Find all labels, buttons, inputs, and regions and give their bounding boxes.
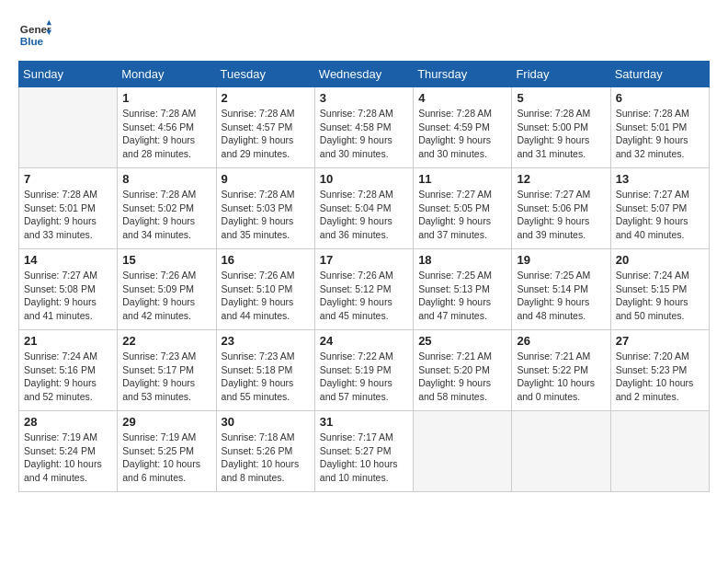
calendar-cell: 21Sunrise: 7:24 AMSunset: 5:16 PMDayligh…	[19, 330, 118, 411]
logo-icon: General Blue	[18, 18, 51, 52]
calendar-week-1: 1Sunrise: 7:28 AMSunset: 4:56 PMDaylight…	[19, 87, 710, 168]
day-number: 6	[616, 91, 704, 105]
day-info: Sunrise: 7:21 AMSunset: 5:20 PMDaylight:…	[418, 350, 506, 404]
day-number: 4	[418, 91, 506, 105]
calendar-cell: 17Sunrise: 7:26 AMSunset: 5:12 PMDayligh…	[314, 249, 413, 330]
day-info: Sunrise: 7:23 AMSunset: 5:18 PMDaylight:…	[222, 350, 310, 404]
logo: General Blue	[18, 18, 51, 52]
calendar-cell: 4Sunrise: 7:28 AMSunset: 4:59 PMDaylight…	[414, 87, 512, 168]
calendar-cell: 20Sunrise: 7:24 AMSunset: 5:15 PMDayligh…	[610, 249, 709, 330]
column-header-sunday: Sunday	[19, 62, 118, 87]
day-number: 8	[122, 172, 210, 186]
day-number: 25	[418, 334, 506, 348]
calendar-header-row: SundayMondayTuesdayWednesdayThursdayFrid…	[19, 62, 710, 87]
day-info: Sunrise: 7:28 AMSunset: 5:01 PMDaylight:…	[24, 188, 112, 242]
calendar-cell: 1Sunrise: 7:28 AMSunset: 4:56 PMDaylight…	[118, 87, 216, 168]
day-info: Sunrise: 7:28 AMSunset: 5:04 PMDaylight:…	[320, 188, 408, 242]
day-info: Sunrise: 7:28 AMSunset: 5:00 PMDaylight:…	[517, 107, 605, 161]
calendar-cell: 15Sunrise: 7:26 AMSunset: 5:09 PMDayligh…	[118, 249, 216, 330]
calendar-cell	[512, 411, 610, 492]
calendar-cell: 5Sunrise: 7:28 AMSunset: 5:00 PMDaylight…	[512, 87, 610, 168]
day-number: 16	[222, 253, 310, 267]
calendar-cell: 23Sunrise: 7:23 AMSunset: 5:18 PMDayligh…	[216, 330, 314, 411]
day-info: Sunrise: 7:26 AMSunset: 5:09 PMDaylight:…	[122, 269, 210, 323]
day-info: Sunrise: 7:25 AMSunset: 5:13 PMDaylight:…	[418, 269, 506, 323]
calendar-cell: 24Sunrise: 7:22 AMSunset: 5:19 PMDayligh…	[314, 330, 413, 411]
calendar-cell: 18Sunrise: 7:25 AMSunset: 5:13 PMDayligh…	[414, 249, 512, 330]
day-info: Sunrise: 7:19 AMSunset: 5:24 PMDaylight:…	[24, 431, 112, 485]
calendar-cell: 16Sunrise: 7:26 AMSunset: 5:10 PMDayligh…	[216, 249, 314, 330]
day-number: 26	[517, 334, 605, 348]
calendar-cell: 11Sunrise: 7:27 AMSunset: 5:05 PMDayligh…	[414, 168, 512, 249]
day-info: Sunrise: 7:27 AMSunset: 5:07 PMDaylight:…	[616, 188, 704, 242]
day-info: Sunrise: 7:18 AMSunset: 5:26 PMDaylight:…	[222, 431, 310, 485]
column-header-wednesday: Wednesday	[314, 62, 413, 87]
calendar-cell: 19Sunrise: 7:25 AMSunset: 5:14 PMDayligh…	[512, 249, 610, 330]
calendar-cell	[610, 411, 709, 492]
calendar-cell: 13Sunrise: 7:27 AMSunset: 5:07 PMDayligh…	[610, 168, 709, 249]
calendar-cell: 28Sunrise: 7:19 AMSunset: 5:24 PMDayligh…	[19, 411, 118, 492]
day-info: Sunrise: 7:27 AMSunset: 5:08 PMDaylight:…	[24, 269, 112, 323]
day-info: Sunrise: 7:28 AMSunset: 4:58 PMDaylight:…	[320, 107, 408, 161]
day-number: 5	[517, 91, 605, 105]
day-info: Sunrise: 7:21 AMSunset: 5:22 PMDaylight:…	[517, 350, 605, 404]
calendar-cell: 30Sunrise: 7:18 AMSunset: 5:26 PMDayligh…	[216, 411, 314, 492]
day-number: 11	[418, 172, 506, 186]
calendar-cell: 3Sunrise: 7:28 AMSunset: 4:58 PMDaylight…	[314, 87, 413, 168]
day-info: Sunrise: 7:28 AMSunset: 5:03 PMDaylight:…	[222, 188, 310, 242]
day-info: Sunrise: 7:24 AMSunset: 5:16 PMDaylight:…	[24, 350, 112, 404]
day-info: Sunrise: 7:27 AMSunset: 5:05 PMDaylight:…	[418, 188, 506, 242]
day-number: 22	[122, 334, 210, 348]
calendar-cell: 14Sunrise: 7:27 AMSunset: 5:08 PMDayligh…	[19, 249, 118, 330]
day-number: 23	[222, 334, 310, 348]
calendar-cell: 12Sunrise: 7:27 AMSunset: 5:06 PMDayligh…	[512, 168, 610, 249]
calendar-cell: 25Sunrise: 7:21 AMSunset: 5:20 PMDayligh…	[414, 330, 512, 411]
day-number: 27	[616, 334, 704, 348]
day-number: 28	[24, 415, 112, 429]
calendar-cell: 22Sunrise: 7:23 AMSunset: 5:17 PMDayligh…	[118, 330, 216, 411]
day-info: Sunrise: 7:28 AMSunset: 4:57 PMDaylight:…	[222, 107, 310, 161]
page-header: General Blue	[18, 18, 710, 52]
column-header-monday: Monday	[118, 62, 216, 87]
day-info: Sunrise: 7:28 AMSunset: 5:02 PMDaylight:…	[122, 188, 210, 242]
day-number: 9	[222, 172, 310, 186]
calendar-week-2: 7Sunrise: 7:28 AMSunset: 5:01 PMDaylight…	[19, 168, 710, 249]
calendar-cell: 26Sunrise: 7:21 AMSunset: 5:22 PMDayligh…	[512, 330, 610, 411]
calendar-cell: 29Sunrise: 7:19 AMSunset: 5:25 PMDayligh…	[118, 411, 216, 492]
day-info: Sunrise: 7:28 AMSunset: 4:56 PMDaylight:…	[122, 107, 210, 161]
calendar-cell	[414, 411, 512, 492]
calendar-cell: 7Sunrise: 7:28 AMSunset: 5:01 PMDaylight…	[19, 168, 118, 249]
day-info: Sunrise: 7:20 AMSunset: 5:23 PMDaylight:…	[616, 350, 704, 404]
day-info: Sunrise: 7:27 AMSunset: 5:06 PMDaylight:…	[517, 188, 605, 242]
calendar-cell: 31Sunrise: 7:17 AMSunset: 5:27 PMDayligh…	[314, 411, 413, 492]
day-number: 30	[222, 415, 310, 429]
calendar-cell: 8Sunrise: 7:28 AMSunset: 5:02 PMDaylight…	[118, 168, 216, 249]
day-number: 14	[24, 253, 112, 267]
calendar-week-4: 21Sunrise: 7:24 AMSunset: 5:16 PMDayligh…	[19, 330, 710, 411]
column-header-friday: Friday	[512, 62, 610, 87]
day-info: Sunrise: 7:24 AMSunset: 5:15 PMDaylight:…	[616, 269, 704, 323]
calendar-cell	[19, 87, 118, 168]
calendar-cell: 6Sunrise: 7:28 AMSunset: 5:01 PMDaylight…	[610, 87, 709, 168]
day-info: Sunrise: 7:22 AMSunset: 5:19 PMDaylight:…	[320, 350, 408, 404]
calendar-week-3: 14Sunrise: 7:27 AMSunset: 5:08 PMDayligh…	[19, 249, 710, 330]
day-number: 19	[517, 253, 605, 267]
day-number: 7	[24, 172, 112, 186]
calendar-cell: 27Sunrise: 7:20 AMSunset: 5:23 PMDayligh…	[610, 330, 709, 411]
day-number: 12	[517, 172, 605, 186]
day-number: 29	[122, 415, 210, 429]
day-number: 18	[418, 253, 506, 267]
day-number: 10	[320, 172, 408, 186]
calendar-week-5: 28Sunrise: 7:19 AMSunset: 5:24 PMDayligh…	[19, 411, 710, 492]
day-number: 17	[320, 253, 408, 267]
calendar-cell: 10Sunrise: 7:28 AMSunset: 5:04 PMDayligh…	[314, 168, 413, 249]
calendar-cell: 9Sunrise: 7:28 AMSunset: 5:03 PMDaylight…	[216, 168, 314, 249]
day-info: Sunrise: 7:17 AMSunset: 5:27 PMDaylight:…	[320, 431, 408, 485]
day-number: 20	[616, 253, 704, 267]
day-number: 21	[24, 334, 112, 348]
day-number: 1	[122, 91, 210, 105]
day-info: Sunrise: 7:26 AMSunset: 5:10 PMDaylight:…	[222, 269, 310, 323]
day-number: 3	[320, 91, 408, 105]
calendar-cell: 2Sunrise: 7:28 AMSunset: 4:57 PMDaylight…	[216, 87, 314, 168]
day-info: Sunrise: 7:25 AMSunset: 5:14 PMDaylight:…	[517, 269, 605, 323]
